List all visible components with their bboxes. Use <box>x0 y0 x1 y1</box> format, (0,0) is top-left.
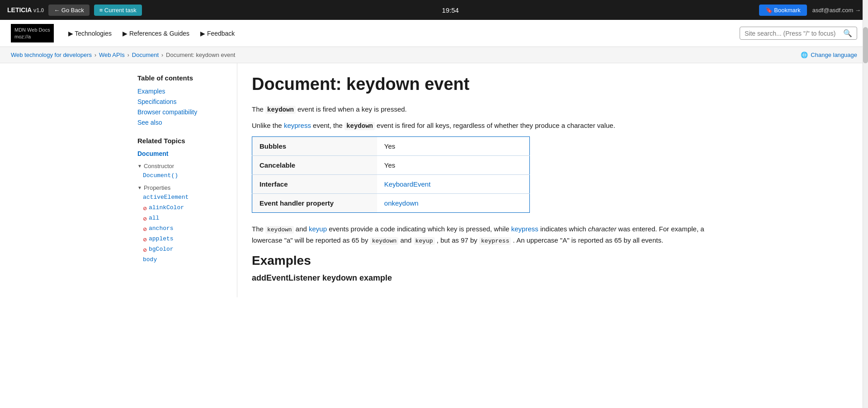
current-task-button[interactable]: ≡ Current task <box>94 5 142 16</box>
search-box[interactable]: 🔍 <box>740 27 857 40</box>
technologies-link[interactable]: ▶ Technologies <box>68 30 112 37</box>
sidebar: Table of contents Examples Specification… <box>137 63 237 297</box>
list-item: Specifications <box>137 98 230 105</box>
breadcrumb-current: Document: keydown event <box>166 52 235 58</box>
table-cell-cancelable-label: Cancelable <box>252 156 377 175</box>
properties-section-label: Properties <box>144 184 170 191</box>
app-version: v1.0 <box>33 7 44 14</box>
related-constructor-section: ▼ Constructor <box>137 163 230 169</box>
body-paragraph-1: The keydown and keyup events provide a c… <box>252 224 731 246</box>
keyup-code: keyup <box>414 237 435 245</box>
keydown-code-1: keydown <box>265 106 296 114</box>
list-item: ⊘ all <box>137 215 230 223</box>
related-properties-section: ▼ Properties <box>137 184 230 191</box>
table-cell-bubbles-label: Bubbles <box>252 137 377 156</box>
anchors-link[interactable]: anchors <box>149 225 174 232</box>
topbar: LETICIA v1.0 ← Go Back ≡ Current task 19… <box>0 0 868 20</box>
keydown-code-4: keydown <box>370 237 399 245</box>
toc-see-also-link[interactable]: See also <box>137 119 162 126</box>
change-language-link[interactable]: 🌐 Change language <box>801 52 857 58</box>
active-element-link[interactable]: activeElement <box>143 194 189 201</box>
event-table: Bubbles Yes Cancelable Yes Interface Key… <box>252 136 530 213</box>
related-document-link[interactable]: Document <box>137 150 230 157</box>
document-constructor-link[interactable]: Document() <box>143 172 178 179</box>
breadcrumb-sep-1: › <box>94 52 96 58</box>
toc-title: Table of contents <box>137 74 230 82</box>
keypress-link-2[interactable]: keypress <box>511 225 538 233</box>
table-cell-interface-label: Interface <box>252 175 377 194</box>
topbar-left: LETICIA v1.0 ← Go Back ≡ Current task <box>7 5 142 16</box>
bgcolor-link[interactable]: bgColor <box>149 246 174 253</box>
onkeydown-link[interactable]: onkeydown <box>384 199 419 207</box>
mdn-logo-box: MDN Web Docs moz://a <box>11 24 54 42</box>
go-back-button[interactable]: ← Go Back <box>48 5 89 16</box>
mdn-logo[interactable]: MDN Web Docs moz://a <box>11 24 54 42</box>
logo-line1: MDN Web Docs <box>14 27 50 33</box>
deprecated-icon: ⊘ <box>143 247 147 253</box>
deprecated-icon: ⊘ <box>143 206 147 211</box>
globe-icon: 🌐 <box>801 52 808 58</box>
list-item: Document() <box>137 172 230 181</box>
keypress-link-1[interactable]: keypress <box>284 122 311 129</box>
intro-paragraph-1: The keydown event is fired when a key is… <box>252 104 731 115</box>
list-item: See also <box>137 118 230 126</box>
examples-subtitle: addEventListener keydown example <box>252 273 731 283</box>
list-item: ⊘ bgColor <box>137 246 230 254</box>
table-row: Event handler property onkeydown <box>252 194 530 213</box>
deprecated-icon: ⊘ <box>143 216 147 222</box>
table-row: Interface KeyboardEvent <box>252 175 530 194</box>
applets-link[interactable]: applets <box>149 235 174 242</box>
deprecated-icon: ⊘ <box>143 237 147 243</box>
table-cell-interface-value: KeyboardEvent <box>377 175 530 194</box>
breadcrumb-item-2[interactable]: Web APIs <box>99 52 125 58</box>
keydown-code-2: keydown <box>344 122 375 130</box>
list-item: ⊘ anchors <box>137 225 230 234</box>
breadcrumb-sep-2: › <box>127 52 129 58</box>
app-name: LETICIA <box>7 6 32 14</box>
constructor-section-label: Constructor <box>144 163 174 169</box>
search-input[interactable] <box>745 30 840 37</box>
table-cell-handler-label: Event handler property <box>252 194 377 213</box>
toc-browser-compat-link[interactable]: Browser compatibility <box>137 108 197 116</box>
nav-links: ▶ Technologies ▶ References & Guides ▶ F… <box>68 30 725 37</box>
all-link[interactable]: all <box>149 215 159 221</box>
toc-specifications-link[interactable]: Specifications <box>137 98 176 105</box>
examples-title: Examples <box>252 253 731 268</box>
topbar-time: 19:54 <box>442 6 459 14</box>
body-link[interactable]: body <box>143 256 157 263</box>
mdn-nav: MDN Web Docs moz://a ▶ Technologies ▶ Re… <box>0 20 868 47</box>
character-em: character <box>588 225 617 233</box>
keyboard-event-link[interactable]: KeyboardEvent <box>384 180 431 188</box>
logo-line2: moz://a <box>14 33 50 40</box>
list-item: body <box>137 256 230 265</box>
references-link[interactable]: ▶ References & Guides <box>123 30 189 37</box>
search-icon: 🔍 <box>843 29 852 38</box>
keyup-link[interactable]: keyup <box>309 225 327 233</box>
breadcrumb-item-1[interactable]: Web technology for developers <box>11 52 92 58</box>
change-language-label: Change language <box>811 52 857 58</box>
breadcrumb-sep-3: › <box>161 52 163 58</box>
list-item: activeElement <box>137 194 230 202</box>
list-item: Examples <box>137 87 230 95</box>
feedback-link[interactable]: ▶ Feedback <box>200 30 235 37</box>
breadcrumb-item-3[interactable]: Document <box>132 52 159 58</box>
main-layout: Table of contents Examples Specification… <box>127 63 741 297</box>
table-cell-handler-value: onkeydown <box>377 194 530 213</box>
deprecated-icon: ⊘ <box>143 226 147 232</box>
bookmark-button[interactable]: 🔖 Bookmark <box>759 5 807 16</box>
toc-examples-link[interactable]: Examples <box>137 88 165 95</box>
user-email: asdf@asdf.com → <box>812 7 861 14</box>
scrollbar-thumb[interactable] <box>863 27 868 63</box>
intro-paragraph-2: Unlike the keypress event, the keydown e… <box>252 120 731 131</box>
app-title: LETICIA v1.0 <box>7 6 44 14</box>
triangle-icon: ▼ <box>137 185 142 190</box>
table-cell-bubbles-value: Yes <box>377 137 530 156</box>
topbar-right: 🔖 Bookmark asdf@asdf.com → <box>759 5 861 16</box>
breadcrumb: Web technology for developers › Web APIs… <box>11 52 235 58</box>
main-content: Document: keydown event The keydown even… <box>237 63 731 297</box>
table-cell-cancelable-value: Yes <box>377 156 530 175</box>
alink-color-link[interactable]: alinkColor <box>149 204 184 211</box>
page-title: Document: keydown event <box>252 74 731 95</box>
list-item: Browser compatibility <box>137 108 230 116</box>
scrollbar[interactable] <box>863 0 868 297</box>
